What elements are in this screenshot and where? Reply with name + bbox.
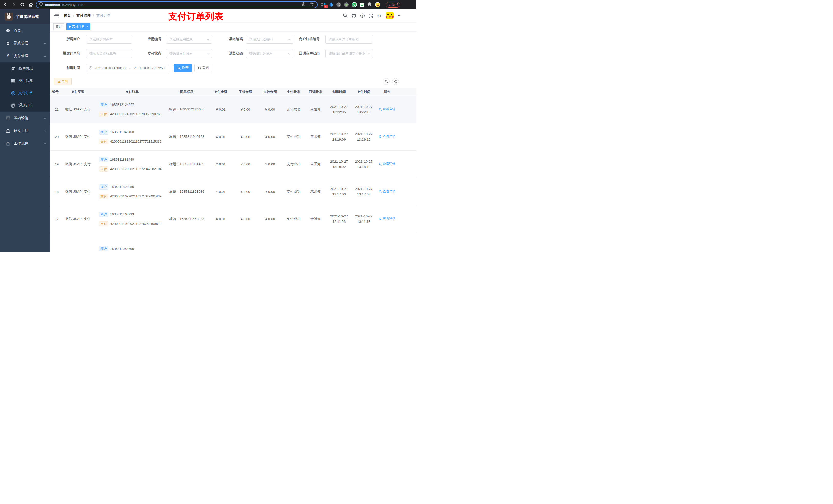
sidebar-item-refund-order[interactable]: 退款订单 xyxy=(0,99,50,112)
product-title: 标题：1635311881439 xyxy=(165,162,209,166)
date-end[interactable]: 2021-10-31 23:59:59 xyxy=(134,66,165,70)
merchant-tag: 商户 xyxy=(99,246,109,251)
sidebar-item-pay-order[interactable]: 支付订单 xyxy=(0,87,50,99)
extension-chat-icon[interactable] xyxy=(360,3,364,7)
create-time-range-picker[interactable]: 2021-10-01 00:00:00 - 2021-10-31 23:59:5… xyxy=(86,64,170,72)
notify-status-select[interactable] xyxy=(325,49,373,58)
notify-status: 未通知 xyxy=(305,162,327,166)
tag-home[interactable]: 首页 xyxy=(53,23,64,30)
profile-emoji-icon[interactable] xyxy=(375,2,380,7)
refresh-button[interactable] xyxy=(392,78,399,85)
fee-amount: ¥ 0.00 xyxy=(233,135,258,139)
svg-text:T: T xyxy=(379,14,381,18)
breadcrumb-parent[interactable]: 支付管理 xyxy=(76,13,91,18)
url-text[interactable]: localhost:1024/pay/order xyxy=(45,3,85,7)
gear-icon xyxy=(6,41,10,46)
pay-order-no: 4200001173202110272847982104 xyxy=(110,167,162,171)
date-start[interactable]: 2021-10-01 00:00:00 xyxy=(95,66,125,70)
filter-label-refund-status: 退款状态 xyxy=(212,51,246,56)
pay-status-select[interactable] xyxy=(166,49,212,58)
pay-order-icon xyxy=(11,91,15,96)
table-row: 20 微信 JSAPI 支付 商户1635311949168 支付4200001… xyxy=(50,123,416,150)
sidebar-item-system[interactable]: 系统管理 xyxy=(0,37,50,50)
refund-status-select[interactable] xyxy=(246,49,293,58)
font-size-icon[interactable]: TT xyxy=(377,13,382,18)
pay-order-cell: 商户1635311881440 支付4200001173202110272847… xyxy=(97,157,165,172)
view-detail-link[interactable]: 查看详情 xyxy=(379,162,396,166)
merchant-order-no: 1635311468233 xyxy=(110,212,134,216)
browser-menu-icon[interactable] xyxy=(397,4,398,5)
sidebar-item-payment[interactable]: ¥ 支付管理 xyxy=(0,50,50,63)
user-avatar[interactable] xyxy=(386,12,394,20)
extensions-puzzle-icon[interactable] xyxy=(367,2,372,7)
browser-toolbar: localhost:1024/pay/order 10 ⌘ y 更新 xyxy=(0,0,416,9)
order-id: 20 xyxy=(50,135,59,139)
tag-close-icon[interactable]: × xyxy=(87,25,88,28)
extension-sketch-icon[interactable] xyxy=(329,2,333,7)
fee-amount: ¥ 0.00 xyxy=(233,217,258,221)
browser-forward-button[interactable] xyxy=(11,2,17,7)
address-bar[interactable]: localhost:1024/pay/order xyxy=(36,1,318,8)
extension-command-icon[interactable]: ⌘ xyxy=(336,2,341,7)
chrome-update-button[interactable]: 更新 xyxy=(386,2,400,8)
pay-order-cell: 商户1635311468233 支付4200001194202110276752… xyxy=(97,212,165,226)
browser-home-button[interactable] xyxy=(28,2,33,7)
help-icon[interactable]: ? xyxy=(360,13,365,18)
svg-text:T: T xyxy=(377,15,379,18)
notify-status: 未通知 xyxy=(305,107,327,112)
pay-order-no: 4200001194202110276752100612 xyxy=(110,222,162,225)
view-detail-link[interactable]: 查看详情 xyxy=(379,107,396,112)
pay-channel: 微信 JSAPI 支付 xyxy=(59,107,97,112)
site-info-icon[interactable] xyxy=(39,2,43,7)
product-title: 标题：1635311468233 xyxy=(165,217,209,221)
channel-order-no-input[interactable] xyxy=(86,49,132,58)
search-button[interactable]: 搜索 xyxy=(174,64,192,72)
chevron-down-icon xyxy=(44,42,46,45)
sidebar-item-workflow[interactable]: 工作流程 xyxy=(0,137,50,150)
search-icon[interactable] xyxy=(343,13,348,18)
extension-y-icon[interactable]: y xyxy=(352,2,357,7)
app-select[interactable] xyxy=(166,35,212,44)
sidebar-item-dev-tools[interactable]: 研发工具 xyxy=(0,124,50,137)
view-detail-link[interactable]: 查看详情 xyxy=(379,135,396,139)
view-detail-link[interactable]: 查看详情 xyxy=(379,189,396,194)
bookmark-star-icon[interactable] xyxy=(310,2,314,7)
order-id: 17 xyxy=(50,217,59,221)
table-row: 17 微信 JSAPI 支付 商户1635311468233 支付4200001… xyxy=(50,206,416,233)
github-icon[interactable] xyxy=(352,13,356,18)
sidebar-toggle-icon[interactable] xyxy=(54,13,59,18)
pay-status: 支付成功 xyxy=(283,217,305,221)
view-detail-link[interactable]: 查看详情 xyxy=(379,217,396,221)
export-button[interactable]: 导出 xyxy=(54,78,72,85)
hide-search-button[interactable] xyxy=(383,78,389,85)
avatar-caret-icon[interactable] xyxy=(398,15,400,16)
merchant-order-no-input[interactable] xyxy=(325,35,373,44)
channel-code-select[interactable] xyxy=(246,35,293,44)
pay-time: 2021-10-2713:18:10 xyxy=(352,159,376,170)
extension-dot-icon[interactable] xyxy=(344,2,349,7)
refund-amount: ¥ 0.00 xyxy=(258,190,283,194)
pay-tag: 支付 xyxy=(99,221,109,226)
sidebar-item-infrastructure[interactable]: 基础设施 xyxy=(0,112,50,124)
sidebar-item-merchant-info[interactable]: 商户信息 xyxy=(0,63,50,75)
app-logo[interactable]: 芋道管理系统 xyxy=(0,9,50,24)
clock-icon xyxy=(89,66,93,70)
filter-label-merchant: 所属商户 xyxy=(50,37,86,42)
fee-amount: ¥ 0.00 xyxy=(233,162,258,166)
sidebar-item-app-info[interactable]: 应用信息 xyxy=(0,75,50,87)
reset-button[interactable]: 重置 xyxy=(194,64,212,72)
browser-reload-button[interactable] xyxy=(20,2,25,7)
share-icon[interactable] xyxy=(302,2,306,7)
sidebar-item-home[interactable]: 首页 xyxy=(0,24,50,37)
refund-amount: ¥ 0.00 xyxy=(258,162,283,166)
browser-back-button[interactable] xyxy=(3,2,8,7)
fullscreen-icon[interactable] xyxy=(368,13,373,18)
dashboard-icon xyxy=(6,28,10,33)
breadcrumb-home[interactable]: 首页 xyxy=(64,13,71,18)
merchant-select[interactable] xyxy=(86,35,132,44)
extension-tag-manager-icon[interactable]: 10 xyxy=(321,2,326,7)
tag-pay-order[interactable]: 支付订单 × xyxy=(66,23,90,30)
create-time: 2021-10-2713:17:03 xyxy=(327,186,352,197)
pay-status: 支付成功 xyxy=(283,189,305,194)
chevron-down-icon xyxy=(44,117,46,120)
